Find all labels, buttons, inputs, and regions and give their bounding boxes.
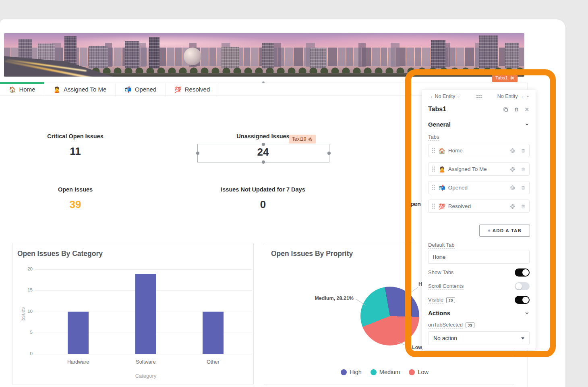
caret-down-icon (521, 337, 524, 339)
widget-name-title[interactable]: Tabs1 (428, 106, 446, 113)
x-axis-line (35, 354, 252, 354)
mailbox-emoji-icon: 📬 (124, 86, 131, 93)
close-panel-button[interactable] (524, 107, 530, 112)
y-tick: 5 (17, 330, 33, 335)
show-tabs-row: Show Tabs (428, 268, 530, 277)
stat-value: 0 (221, 198, 305, 211)
resize-handle-top[interactable] (262, 143, 265, 146)
tab-settings-button[interactable] (510, 166, 516, 172)
action-select[interactable]: No action (428, 331, 530, 345)
tab-opened[interactable]: 📬 Opened (116, 83, 166, 96)
legend-item-high[interactable]: High (341, 369, 362, 375)
chevron-down-icon (526, 95, 530, 98)
tab-settings-button[interactable] (510, 204, 516, 209)
copy-widget-button[interactable] (503, 106, 509, 112)
legend-label: Low (418, 369, 429, 375)
gear-icon[interactable] (308, 137, 313, 141)
legend-item-medium[interactable]: Medium (371, 369, 400, 375)
tab-home[interactable]: 🏠 Home (0, 83, 44, 96)
legend-dot (371, 369, 377, 375)
tab-config-assigned-to-me[interactable]: 🙎Assigned To Me (428, 162, 530, 176)
tab-resolved[interactable]: 💯 Resolved (166, 83, 219, 96)
tab-config-resolved[interactable]: 💯Resolved (428, 200, 530, 213)
stat-critical-open-issues[interactable]: Critical Open Issues 11 (47, 133, 103, 158)
selected-widget-name-badge[interactable]: Text19 (289, 135, 316, 144)
drag-handle-icon[interactable] (432, 166, 435, 172)
bar-software[interactable] (135, 274, 156, 354)
y-tick: 10 (17, 309, 33, 314)
outgoing-entity-label: No Entity (497, 94, 518, 99)
banner-building (479, 35, 498, 69)
legend-dot (409, 369, 415, 375)
stat-value: 39 (58, 198, 93, 211)
add-a-tab-button[interactable]: + ADD A TAB (479, 225, 530, 237)
tab-config-label: Resolved (448, 203, 471, 209)
home-emoji-icon: 🏠 (9, 86, 16, 93)
visible-row: Visible JS (428, 296, 530, 304)
outgoing-entity-select[interactable]: No Entity → (497, 94, 530, 99)
stat-label: Issues Not Updated for 7 Days (221, 186, 305, 193)
x-tick: Software (122, 359, 170, 365)
tab-assigned-to-me[interactable]: 🙎 Assigned To Me (44, 83, 116, 96)
tabs-property-label: Tabs (428, 134, 439, 141)
default-tab-input[interactable] (428, 250, 530, 264)
y-tick: 20 (17, 266, 33, 271)
bar-chart-widget[interactable]: Open Issues By Category Issues 20 15 10 … (12, 243, 254, 385)
pie-callout-medium: Medium, 28.21% (288, 295, 354, 301)
bar-hardware[interactable] (68, 312, 89, 354)
pie-circle[interactable] (360, 287, 419, 345)
section-title: Actions (428, 310, 450, 316)
widget-selection-box[interactable] (197, 144, 329, 162)
incoming-entity-label: No Entity (435, 94, 455, 99)
tab-settings-button[interactable] (510, 148, 516, 154)
tab-delete-button[interactable] (520, 148, 526, 154)
properties-panel: → No Entity No Entity → Tabs1 (422, 89, 536, 350)
tab-label: Resolved (185, 86, 210, 93)
banner-building (149, 37, 159, 69)
hundred-emoji-icon: 💯 (439, 203, 445, 210)
scroll-contents-label: Scroll Contents (428, 283, 464, 290)
bar-chart-plot-area (35, 269, 252, 354)
pie-callout-high-fragment: H (418, 281, 422, 287)
drag-grid-icon[interactable] (476, 94, 482, 98)
tab-delete-button[interactable] (520, 185, 526, 191)
app-background: 🏠 Home 🙎 Assigned To Me 📬 Opened 💯 Resol… (0, 0, 588, 387)
tab-delete-button[interactable] (520, 204, 526, 209)
drag-handle-icon[interactable] (432, 148, 435, 154)
resize-handle-bottom[interactable] (262, 160, 265, 164)
drag-handle-icon[interactable] (432, 203, 435, 209)
section-actions[interactable]: Actions (428, 310, 530, 316)
section-general[interactable]: General (428, 121, 530, 128)
stat-issues-not-updated[interactable]: Issues Not Updated for 7 Days 0 (221, 186, 305, 211)
person-emoji-icon: 🙎 (439, 166, 445, 173)
section-title: General (428, 121, 451, 128)
stat-open-issues[interactable]: Open Issues 39 (58, 186, 93, 211)
resize-handle-right[interactable] (327, 152, 331, 155)
tab-settings-button[interactable] (510, 185, 516, 191)
delete-widget-button[interactable] (513, 106, 520, 112)
widget-name-badge[interactable]: Tabs1 (492, 73, 518, 82)
tab-config-home[interactable]: 🏠Home (428, 144, 530, 157)
drag-handle-icon[interactable] (432, 185, 435, 191)
js-toggle-badge[interactable]: JS (466, 322, 474, 328)
js-toggle-badge[interactable]: JS (446, 297, 455, 303)
banner-image[interactable] (4, 33, 524, 77)
legend-item-low[interactable]: Low (409, 369, 429, 375)
tab-config-opened[interactable]: 📬Opened (428, 181, 530, 194)
active-tab-indicator (0, 82, 44, 84)
arrow-right-icon: → (520, 94, 525, 99)
scroll-contents-toggle[interactable] (515, 282, 530, 290)
visible-toggle[interactable] (515, 296, 530, 304)
arrow-right-icon: → (428, 94, 433, 99)
bar-other[interactable] (203, 312, 224, 354)
incoming-entity-select[interactable]: → No Entity (428, 94, 460, 99)
gear-icon[interactable] (510, 76, 514, 80)
close-icon (524, 107, 530, 112)
tab-delete-button[interactable] (520, 166, 526, 172)
banner-building (431, 40, 445, 69)
resize-handle-left[interactable] (196, 152, 199, 155)
bar-chart-title: Open Issues By Category (17, 250, 103, 258)
visible-label: Visible (428, 297, 443, 304)
tab-label: Assigned To Me (64, 86, 106, 93)
show-tabs-toggle[interactable] (515, 268, 530, 277)
